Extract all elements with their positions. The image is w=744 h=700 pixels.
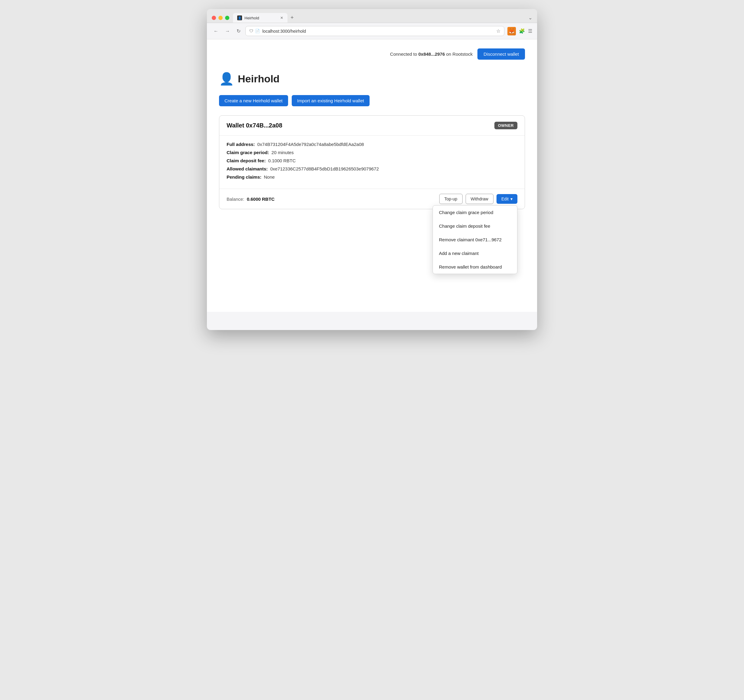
edit-chevron-icon: ▾: [510, 196, 513, 201]
connection-status: Connected to 0x848...2976 on Rootstock: [390, 52, 473, 56]
page-content: Connected to 0x848...2976 on Rootstock D…: [207, 39, 537, 312]
import-wallet-button[interactable]: Import an existing Heirhold wallet: [292, 95, 370, 106]
connection-bar: Connected to 0x848...2976 on Rootstock D…: [219, 48, 525, 59]
minimize-traffic-light[interactable]: [219, 16, 223, 20]
back-btn[interactable]: ←: [212, 27, 220, 35]
traffic-lights: [212, 16, 229, 20]
balance-label: Balance: 0.6000 RBTC: [226, 196, 274, 202]
tab-close-btn[interactable]: ✕: [280, 16, 283, 20]
topup-button[interactable]: Top-up: [439, 194, 463, 204]
wallet-title: Wallet 0x74B...2a08: [226, 122, 282, 129]
balance-row: Balance: 0.6000 RBTC Top-up Withdraw Edi…: [219, 189, 525, 209]
wallet-card: Wallet 0x74B...2a08 OWNER Full address: …: [219, 115, 525, 209]
url-text[interactable]: localhost:3000/heirhold: [262, 29, 494, 34]
extensions-icon[interactable]: 🧩: [519, 28, 525, 34]
tab-title: Heirhold: [244, 16, 259, 20]
disconnect-wallet-button[interactable]: Disconnect wallet: [478, 48, 525, 59]
edit-label: Edit: [501, 196, 509, 201]
dropdown-item-deposit-fee[interactable]: Change claim deposit fee: [433, 219, 517, 233]
pending-claims-row: Pending claims: None: [226, 174, 518, 180]
withdraw-button[interactable]: Withdraw: [466, 194, 494, 204]
connected-prefix: Connected to: [390, 52, 417, 56]
network-text: on Rootstock: [446, 52, 473, 56]
shield-icon: 🛡: [249, 29, 253, 33]
app-title: Heirhold: [238, 73, 280, 85]
balance-amount: 0.6000 RBTC: [247, 196, 275, 202]
dropdown-item-remove-wallet[interactable]: Remove wallet from dashboard: [433, 260, 517, 274]
forward-btn[interactable]: →: [223, 27, 232, 35]
pending-claims-label: Pending claims:: [226, 174, 262, 180]
reload-btn[interactable]: ↻: [235, 27, 243, 35]
pending-claims-value: None: [264, 174, 275, 180]
close-traffic-light[interactable]: [212, 16, 216, 20]
grace-period-value: 20 minutes: [271, 150, 293, 155]
active-tab[interactable]: 👤 Heirhold ✕: [233, 13, 287, 23]
balance-label-text: Balance:: [226, 196, 244, 202]
address-bar-row: ← → ↻ 🛡 📄 localhost:3000/heirhold ☆ 🦊 🧩 …: [207, 23, 537, 39]
metamask-icon[interactable]: 🦊: [507, 27, 516, 36]
action-buttons: Create a new Heirhold wallet Import an e…: [219, 95, 525, 106]
deposit-fee-row: Claim deposit fee: 0.1000 RBTC: [226, 158, 518, 163]
page-icon: 📄: [255, 29, 260, 33]
dropdown-item-remove-claimant[interactable]: Remove claimant 0xe71...9672: [433, 233, 517, 247]
edit-dropdown: Change claim grace period Change claim d…: [433, 205, 518, 274]
tab-bar: 👤 Heirhold ✕ +: [233, 13, 525, 23]
balance-actions: Top-up Withdraw Edit ▾ Change claim grac…: [439, 194, 518, 204]
app-logo-icon: 👤: [219, 72, 234, 86]
wallet-address-short: 0x848...2976: [418, 52, 445, 56]
wallet-card-header: Wallet 0x74B...2a08 OWNER: [219, 116, 525, 136]
title-bar: 👤 Heirhold ✕ + ⌄: [207, 9, 537, 23]
allowed-claimants-label: Allowed claimants:: [226, 166, 268, 171]
address-bar[interactable]: 🛡 📄 localhost:3000/heirhold ☆: [246, 26, 504, 36]
create-wallet-button[interactable]: Create a new Heirhold wallet: [219, 95, 288, 106]
tab-favicon: 👤: [237, 15, 242, 20]
bookmark-icon[interactable]: ☆: [496, 28, 500, 34]
toolbar-icons: 🦊 🧩 ☰: [507, 27, 532, 36]
maximize-traffic-light[interactable]: [225, 16, 229, 20]
edit-button[interactable]: Edit ▾: [497, 194, 518, 204]
tabs-chevron-icon[interactable]: ⌄: [528, 15, 532, 21]
grace-period-row: Claim grace period: 20 minutes: [226, 150, 518, 155]
full-address-label: Full address:: [226, 142, 255, 147]
browser-window: 👤 Heirhold ✕ + ⌄ ← → ↻ 🛡 📄 localhost:300…: [207, 9, 537, 330]
app-header: 👤 Heirhold: [219, 72, 525, 86]
full-address-row: Full address: 0x74B731204F4A5de792a0c74a…: [226, 142, 518, 147]
full-address-value: 0x74B731204F4A5de792a0c74a8abe5bdfdEAa2a…: [257, 142, 364, 147]
dropdown-item-grace-period[interactable]: Change claim grace period: [433, 205, 517, 219]
deposit-fee-label: Claim deposit fee:: [226, 158, 266, 163]
menu-icon[interactable]: ☰: [528, 28, 532, 34]
wallet-details: Full address: 0x74B731204F4A5de792a0c74a…: [219, 136, 525, 189]
dropdown-item-add-claimant[interactable]: Add a new claimant: [433, 247, 517, 260]
security-icon: 🛡 📄: [249, 29, 260, 33]
allowed-claimants-value: 0xe712336C2577d8B4F5dbD1dB19626503e90796…: [270, 166, 379, 171]
owner-badge: OWNER: [494, 122, 518, 129]
deposit-fee-value: 0.1000 RBTC: [268, 158, 296, 163]
new-tab-btn[interactable]: +: [289, 13, 296, 23]
grace-period-label: Claim grace period:: [226, 150, 269, 155]
allowed-claimants-row: Allowed claimants: 0xe712336C2577d8B4F5d…: [226, 166, 518, 171]
